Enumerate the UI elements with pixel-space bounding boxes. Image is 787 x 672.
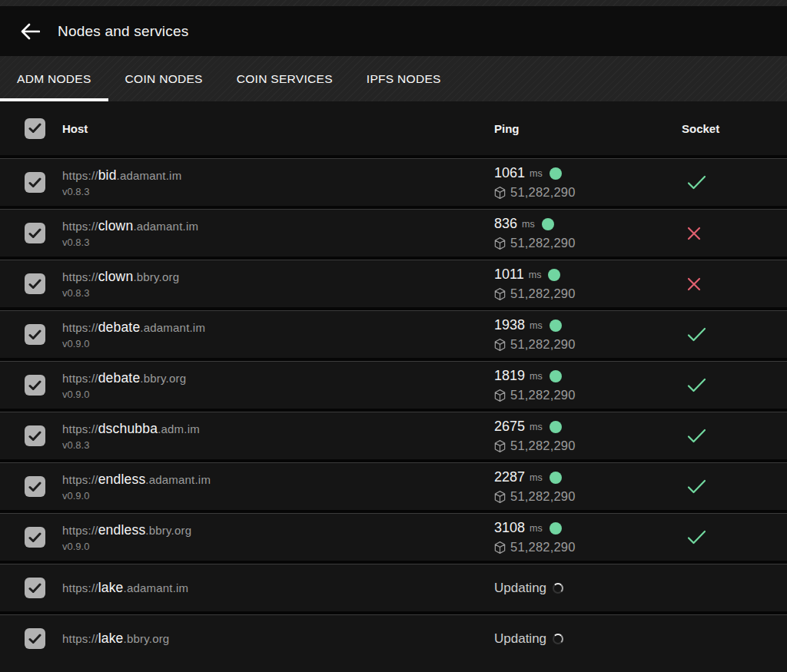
host-domain: .adamant.im [145,473,211,486]
socket-cell [682,529,787,545]
block-height-line: 51,282,290 [494,236,682,250]
host-url: https://debate.adamant.im [62,319,494,336]
host-url: https://lake.adamant.im [62,580,494,596]
ping-cell: 836 ms 51,282,290 [494,216,682,250]
ping-unit: ms [530,523,543,534]
ping-status-dot-icon [550,370,562,382]
block-height-line: 51,282,290 [494,286,682,301]
host-protocol: https:// [62,372,98,385]
host-cell: https://debate.bbry.org v0.9.0 [62,370,494,400]
row-checkbox[interactable] [25,578,45,598]
row-checkbox[interactable] [25,476,45,497]
row-checkbox[interactable] [25,172,45,193]
host-protocol: https:// [62,632,98,645]
updating-line: Updating [494,631,682,647]
ping-unit: ms [530,472,543,483]
row-checkbox[interactable] [25,628,45,649]
host-domain: .bbry.org [145,524,191,537]
row-checkbox[interactable] [25,273,45,294]
ping-cell: 2287 ms 51,282,290 [494,469,682,504]
cube-icon [494,339,506,351]
row-checkbox[interactable] [25,223,45,243]
host-cell: https://debate.adamant.im v0.9.0 [62,319,494,349]
ping-unit: ms [530,168,543,179]
ping-value: 1819 [494,368,525,384]
ping-cell: 1938 ms 51,282,290 [494,317,682,352]
column-header-ping: Ping [494,122,682,135]
host-name: lake [98,580,124,595]
ping-unit: ms [522,219,535,230]
ping-status-dot-icon [548,269,560,281]
table-row: https://debate.bbry.org v0.9.0 1819 ms 5… [0,358,787,409]
host-protocol: https:// [62,270,98,283]
socket-cell [682,174,787,190]
host-name: clown [98,269,134,284]
ping-unit: ms [530,320,543,331]
ping-status-dot-icon [542,218,554,230]
ping-status-dot-icon [550,522,562,535]
back-arrow-icon[interactable] [18,20,42,43]
ping-status-dot-icon [550,472,562,484]
host-url: https://lake.bbry.org [62,631,494,647]
status-bar-strip [0,0,787,6]
host-name: clown [98,218,134,233]
host-name: debate [98,370,141,386]
socket-check-icon [686,377,707,393]
cube-icon [494,491,506,503]
cube-icon [494,237,506,250]
host-domain: .adamant.im [140,321,205,334]
socket-check-icon [686,529,707,545]
tab-coin-nodes[interactable]: COIN NODES [108,56,220,101]
host-name: bid [98,167,117,183]
select-all-checkbox[interactable] [25,118,45,139]
loading-spinner-icon [553,634,563,644]
tab-adm-nodes[interactable]: ADM NODES [0,56,108,101]
ping-value: 2287 [494,469,525,485]
block-height-line: 51,282,290 [494,489,682,504]
block-height-value: 51,282,290 [510,489,576,504]
ping-status-dot-icon [550,421,562,433]
host-cell: https://clown.bbry.org v0.8.3 [62,269,494,299]
nodes-table: Host Ping Socket https://bid.adamant.im … [0,101,787,662]
tab-ipfs-nodes[interactable]: IPFS NODES [350,56,458,101]
host-protocol: https:// [62,321,98,334]
ping-line: 2675 ms [494,419,682,435]
host-name: lake [98,631,124,646]
socket-cell [682,326,787,343]
host-cell: https://lake.bbry.org [62,631,494,647]
host-version: v0.9.0 [62,389,494,400]
ping-unit: ms [530,371,543,382]
table-header-row: Host Ping Socket [0,101,787,155]
ping-cell: 1011 ms 51,282,290 [494,266,682,301]
ping-status-dot-icon [550,319,562,332]
host-name: debate [98,319,141,335]
ping-value: 1011 [494,266,524,283]
host-version: v0.9.0 [62,490,494,502]
host-name: endless [98,472,146,487]
socket-cell [682,478,787,495]
ping-value: 1061 [494,165,525,181]
host-url: https://clown.bbry.org [62,269,494,285]
row-checkbox[interactable] [25,375,45,396]
row-checkbox[interactable] [25,527,45,548]
host-version: v0.8.3 [62,439,494,451]
block-height-value: 51,282,290 [510,236,576,250]
host-cell: https://dschubba.adm.im v0.8.3 [62,421,494,451]
column-header-socket: Socket [682,122,787,135]
table-row: https://lake.bbry.org Updating [0,611,787,662]
row-checkbox[interactable] [25,324,45,345]
cube-icon [494,389,506,402]
host-domain: .bbry.org [124,632,170,645]
host-version: v0.8.3 [62,287,494,299]
socket-cell [682,377,787,393]
row-checkbox[interactable] [25,425,45,446]
host-domain: .adm.im [158,422,200,435]
host-url: https://clown.adamant.im [62,218,494,234]
app-bar: Nodes and services [0,6,787,56]
table-row: https://endless.bbry.org v0.9.0 3108 ms … [0,510,787,561]
tab-coin-services[interactable]: COIN SERVICES [220,56,350,101]
block-height-value: 51,282,290 [510,185,576,200]
ping-line: 1061 ms [494,165,682,181]
cube-icon [494,288,506,300]
host-cell: https://bid.adamant.im v0.8.3 [62,167,494,197]
